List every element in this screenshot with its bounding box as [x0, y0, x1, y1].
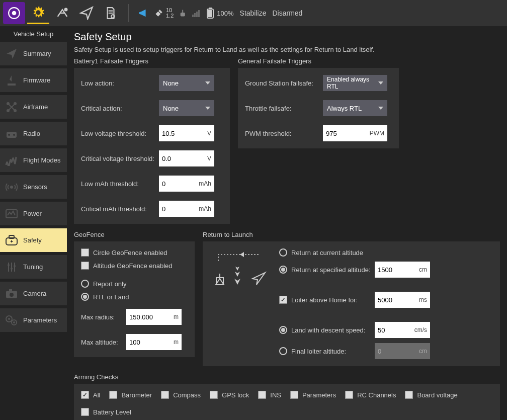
analyze-tab-button[interactable]	[100, 2, 122, 24]
signal-bars-icon	[192, 9, 201, 18]
sidebar-item-safety[interactable]: Safety	[0, 228, 67, 252]
spec-alt-input[interactable]: 1500cm	[375, 262, 430, 278]
pwm-threshold-input[interactable]: 975PWM	[323, 125, 387, 141]
report-only-radio[interactable]: Report only	[81, 280, 188, 288]
svg-point-25	[11, 268, 13, 270]
page-description: Safety Setup is used to setup triggers f…	[74, 46, 500, 53]
fly-tab-button[interactable]	[75, 2, 98, 24]
chevron-down-icon	[378, 107, 383, 110]
land-descent-radio[interactable]: Land with descent speed:	[279, 326, 375, 334]
low-mah-input[interactable]: 0mAh	[159, 176, 214, 192]
sidebar-item-power[interactable]: Power	[0, 202, 67, 225]
geofence-title: GeoFence	[74, 231, 195, 238]
qgc-logo-icon	[8, 7, 21, 20]
sidebar-item-radio[interactable]: Radio	[0, 122, 67, 145]
critical-action-dropdown[interactable]: None	[159, 100, 214, 116]
sensors-icon	[5, 181, 18, 194]
arm-state-indicator[interactable]: Disarmed	[272, 9, 302, 17]
max-altitude-input[interactable]: 100m	[126, 334, 182, 350]
arming-check-board-voltage[interactable]: Board voltage	[405, 391, 457, 399]
rc-indicator[interactable]	[179, 9, 201, 18]
svg-rect-11	[209, 8, 212, 9]
critical-mah-label: Critical mAh threshold:	[81, 205, 159, 213]
sidebar-item-label: Airframe	[23, 103, 48, 111]
sidebar-item-label: Firmware	[23, 76, 50, 84]
circle-geofence-checkbox[interactable]: Circle GeoFence enabled	[81, 248, 188, 257]
loiter-time-input[interactable]: 5000ms	[375, 292, 430, 308]
rc-icon	[179, 9, 190, 18]
sidebar-item-flight-modes[interactable]: Flight Modes	[0, 148, 67, 172]
gps-indicator[interactable]: 10 1.2	[154, 8, 174, 19]
return-current-alt-radio[interactable]: Return at current altitude	[279, 248, 493, 257]
setup-tab-button[interactable]	[27, 2, 49, 24]
throttle-failsafe-label: Throttle failsafe:	[245, 105, 323, 112]
svg-point-3	[111, 15, 115, 18]
final-loiter-radio[interactable]: Final loiter altitude:	[279, 347, 375, 355]
arming-check-barometer[interactable]: Barometer	[109, 391, 152, 399]
sidebar-item-label: Summary	[23, 50, 51, 57]
megaphone-icon	[138, 8, 149, 19]
sidebar-item-parameters[interactable]: Parameters	[0, 308, 67, 332]
sidebar-item-firmware[interactable]: Firmware	[0, 68, 67, 92]
battery-indicator[interactable]: 100%	[206, 7, 233, 19]
checkbox-icon	[81, 248, 89, 257]
tuning-icon	[5, 261, 18, 274]
sidebar-item-airframe[interactable]: Airframe	[0, 95, 67, 119]
sidebar-item-camera[interactable]: Camera	[0, 282, 67, 305]
svg-point-2	[64, 8, 68, 12]
sidebar-item-label: Sensors	[23, 183, 47, 191]
waypoint-icon	[55, 6, 69, 20]
messages-indicator[interactable]	[138, 8, 149, 19]
satellite-icon	[154, 8, 164, 18]
descent-speed-input[interactable]: 50cm/s	[375, 322, 430, 338]
checkbox-icon	[210, 391, 218, 399]
rtl-panel: Return at current altitude Return at spe…	[203, 241, 500, 366]
arming-check-gps-lock[interactable]: GPS lock	[210, 391, 249, 399]
arming-check-parameters[interactable]: Parameters	[290, 391, 336, 399]
low-mah-label: Low mAh threshold:	[81, 180, 159, 188]
checkbox-icon	[161, 391, 169, 399]
svg-rect-9	[198, 10, 200, 17]
altitude-geofence-checkbox[interactable]: Altitude GeoFence enabled	[81, 262, 188, 270]
arming-check-ins[interactable]: INS	[258, 391, 281, 399]
gcs-failsafe-dropdown[interactable]: Enabled always RTL	[323, 75, 387, 91]
critical-voltage-input[interactable]: 0.0V	[159, 150, 214, 166]
page-title: Safety Setup	[74, 31, 500, 43]
sidebar-item-sensors[interactable]: Sensors	[0, 175, 67, 199]
rtl-or-land-radio[interactable]: RTL or Land	[81, 293, 188, 301]
radio-icon	[279, 266, 287, 274]
max-radius-input[interactable]: 150.000m	[126, 309, 182, 325]
paper-plane-icon	[5, 47, 18, 60]
arming-check-compass[interactable]: Compass	[161, 391, 201, 399]
content-area: Safety Setup Safety Setup is used to set…	[67, 26, 507, 420]
checkbox-icon	[290, 391, 298, 399]
critical-action-label: Critical action:	[81, 105, 159, 112]
low-voltage-input[interactable]: 10.5V	[159, 125, 214, 141]
arming-checks-panel: All Barometer Compass GPS lock INS Param…	[74, 384, 500, 420]
app-logo-button[interactable]	[3, 2, 25, 24]
loiter-checkbox[interactable]: Loiter above Home for:	[279, 296, 375, 304]
sidebar-item-label: Flight Modes	[23, 156, 60, 164]
svg-point-24	[8, 264, 10, 266]
checkbox-icon	[345, 391, 353, 399]
low-action-dropdown[interactable]: None	[159, 75, 214, 91]
arming-check-battery-level[interactable]: Battery Level	[81, 408, 131, 416]
sidebar-title: Vehicle Setup	[0, 26, 67, 42]
setup-sidebar: Vehicle Setup Summary Firmware Airframe …	[0, 26, 67, 420]
return-spec-alt-radio[interactable]: Return at specified altitude:	[279, 266, 375, 274]
sidebar-item-tuning[interactable]: Tuning	[0, 255, 67, 279]
svg-point-33	[13, 321, 15, 323]
arming-check-rc-channels[interactable]: RC Channels	[345, 391, 396, 399]
sidebar-item-summary[interactable]: Summary	[0, 42, 67, 65]
throttle-failsafe-dropdown[interactable]: Always RTL	[323, 100, 387, 116]
arming-check-all[interactable]: All	[81, 391, 100, 399]
battery-failsafe-panel: Low action: None Critical action: None L…	[74, 68, 230, 224]
critical-mah-input[interactable]: 0mAh	[159, 201, 214, 217]
document-search-icon	[104, 7, 117, 20]
plan-tab-button[interactable]	[51, 2, 73, 24]
flight-mode-indicator[interactable]: Stabilize	[240, 9, 267, 17]
radio-icon	[279, 248, 287, 257]
battery-percent: 100%	[217, 10, 233, 17]
gcs-failsafe-label: Ground Station failsafe:	[245, 79, 323, 87]
general-failsafe-panel: Ground Station failsafe: Enabled always …	[238, 68, 399, 148]
